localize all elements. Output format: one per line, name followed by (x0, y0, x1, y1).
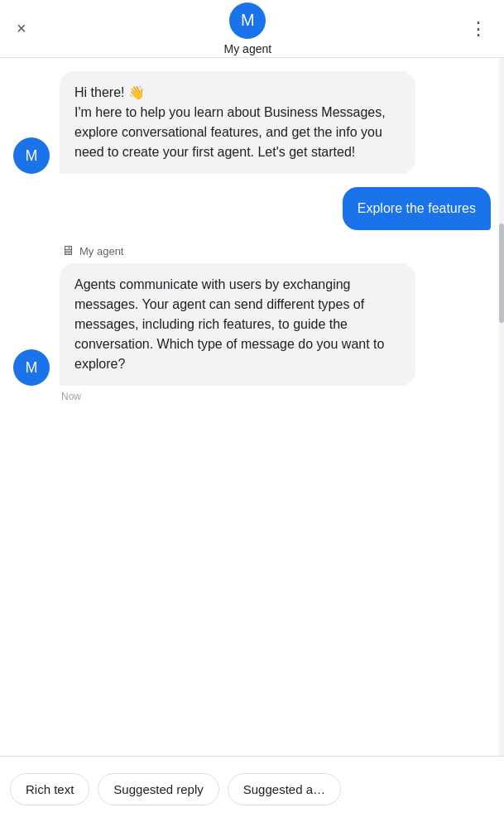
agent-bubble-1: Hi there! 👋I'm here to help you learn ab… (60, 71, 415, 174)
header-center: M My agent (224, 2, 272, 55)
user-message-text-1: Explore the features (358, 201, 476, 215)
agent-message-text-2: Agents communicate with users by exchang… (74, 277, 384, 371)
chip-suggested-action[interactable]: Suggested a… (228, 773, 341, 805)
close-icon: × (17, 19, 26, 38)
bottom-bar: Rich text Suggested reply Suggested a… (0, 756, 504, 822)
chat-area: M Hi there! 👋I'm here to help you learn … (0, 58, 504, 756)
agent-name-header: My agent (224, 42, 272, 55)
more-options-button[interactable]: ⋮ (466, 15, 491, 43)
agent-avatar-1: M (13, 137, 50, 174)
more-icon: ⋮ (469, 18, 487, 40)
scrollbar-track (499, 58, 504, 756)
user-bubble-1: Explore the features (343, 187, 491, 230)
header: × M My agent ⋮ (0, 0, 504, 58)
agent-message-1: M Hi there! 👋I'm here to help you learn … (13, 71, 491, 174)
avatar: M (229, 2, 266, 39)
scrollbar-thumb[interactable] (499, 224, 504, 323)
chip-rich-text[interactable]: Rich text (10, 773, 89, 805)
agent-label-text: My agent (79, 245, 123, 257)
message-timestamp: Now (61, 391, 81, 402)
message-with-avatar-2: M Agents communicate with users by excha… (13, 263, 415, 386)
agent-label-row: 🖥 My agent (61, 243, 123, 258)
chip-suggested-reply[interactable]: Suggested reply (98, 773, 218, 805)
agent-message-2: 🖥 My agent M Agents communicate with use… (13, 243, 491, 402)
header-left: × (13, 16, 30, 41)
user-message-1: Explore the features (13, 187, 491, 230)
agent-message-text-1: Hi there! 👋I'm here to help you learn ab… (74, 85, 386, 159)
agent-bubble-2: Agents communicate with users by exchang… (60, 263, 415, 386)
agent-avatar-2: M (13, 349, 50, 386)
message-with-avatar: M Hi there! 👋I'm here to help you learn … (13, 71, 415, 174)
close-button[interactable]: × (13, 16, 30, 41)
agent-icon: 🖥 (61, 243, 74, 258)
